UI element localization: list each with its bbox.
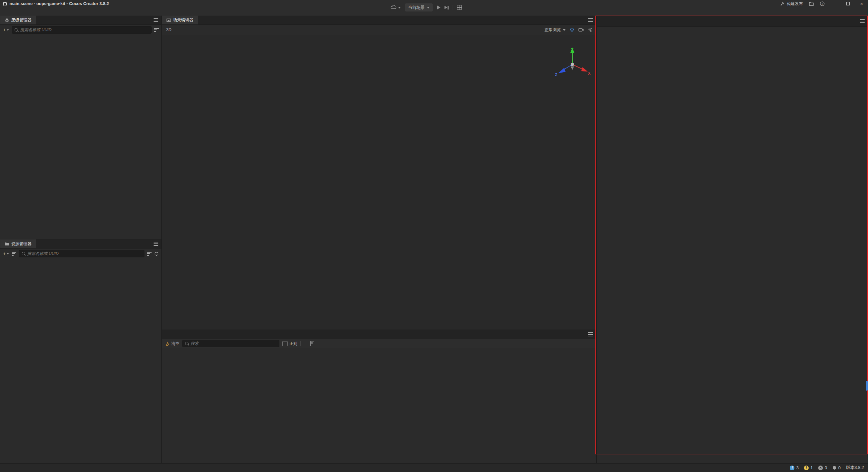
framework-config-panel (597, 16, 868, 463)
minimize-button[interactable]: − (831, 1, 838, 6)
hierarchy-panel: 层级管理器 + 搜索名称或 UUID (0, 16, 161, 239)
scene-panel: 场景编辑器 3D 正常浏览 (162, 16, 596, 329)
cocos-creator-window: main.scene - oops-game-kit - Cocos Creat… (0, 0, 868, 472)
assets-sort-icon[interactable] (12, 252, 16, 256)
error-icon: × (818, 466, 823, 470)
assets-tree (0, 259, 161, 261)
console-log-list (162, 348, 596, 463)
status-notifications[interactable]: 0 (832, 466, 841, 470)
scene-viewport[interactable]: Y X Z (162, 35, 596, 330)
preview-device-dropdown[interactable] (391, 5, 401, 9)
layout-grid-icon[interactable] (457, 5, 462, 10)
3d-mode-button[interactable]: 3D (165, 26, 173, 34)
open-project-folder-icon[interactable] (809, 2, 814, 6)
layers-icon (5, 18, 9, 22)
axis-gizmo[interactable]: Y X Z (553, 45, 591, 78)
window-title: main.scene - oops-game-kit - Cocos Creat… (9, 1, 109, 6)
browser-preview-icon (391, 5, 396, 9)
version-label: 版本3.8.2 (846, 465, 864, 471)
add-node-button[interactable]: + (3, 27, 9, 33)
svg-text:?: ? (822, 2, 823, 5)
broom-icon (165, 341, 170, 346)
status-info-count[interactable]: i3 (790, 466, 798, 470)
statusbar: i3 !1 ×0 0 版本3.8.2 (0, 463, 868, 472)
step-button[interactable] (445, 6, 449, 9)
folder-icon (5, 242, 9, 246)
axis-x-label: X (588, 71, 591, 75)
build-publish-button[interactable]: 构建发布 (780, 1, 803, 7)
view-mode-dropdown[interactable]: 正常浏览 (545, 27, 566, 33)
current-scene-dropdown[interactable]: 当前场景 (405, 3, 433, 12)
build-icon (780, 2, 785, 6)
axis-z-label: Z (555, 73, 557, 77)
warning-icon: ! (804, 466, 809, 470)
play-button[interactable] (437, 5, 440, 9)
tab-assets[interactable]: 资源管理器 (0, 239, 36, 248)
hierarchy-menu-icon[interactable] (154, 18, 158, 22)
console-toolbar: 清空 搜索 正则 (162, 339, 596, 348)
search-icon (22, 252, 25, 255)
inspector-menu-icon[interactable] (860, 19, 865, 23)
maximize-button[interactable] (844, 1, 852, 6)
console-panel: 清空 搜索 正则 (162, 330, 596, 463)
help-icon[interactable]: ? (820, 1, 825, 6)
clear-console-button[interactable]: 清空 (165, 341, 179, 347)
gear-icon[interactable] (588, 27, 593, 32)
hierarchy-search-input[interactable]: 搜索名称或 UUID (12, 26, 152, 34)
log-detail-icon[interactable] (310, 341, 314, 346)
status-warning-count[interactable]: !1 (804, 466, 813, 470)
tab-scene-editor[interactable]: 场景编辑器 (162, 16, 198, 24)
hierarchy-tree (0, 35, 161, 37)
status-error-count[interactable]: ×0 (818, 466, 827, 470)
refresh-icon[interactable] (154, 252, 159, 256)
assets-search-input[interactable]: 搜索名称或 UUID (19, 250, 144, 257)
add-asset-button[interactable]: + (3, 251, 9, 256)
camera-icon[interactable] (578, 28, 584, 32)
scene-toolbar: 3D 正常浏览 (162, 25, 596, 35)
console-search-input[interactable]: 搜索 (182, 340, 279, 347)
info-icon: i (790, 466, 794, 470)
light-icon[interactable] (570, 27, 574, 33)
scrollbar-thumb[interactable] (866, 381, 868, 391)
axis-y-label: Y (571, 47, 574, 52)
assets-menu-icon[interactable] (154, 242, 158, 246)
scene-icon (166, 18, 171, 22)
tab-hierarchy[interactable]: 层级管理器 (0, 16, 36, 24)
console-menu-icon[interactable] (588, 332, 593, 336)
regex-checkbox[interactable]: 正则 (282, 341, 297, 347)
assets-filter-icon[interactable] (147, 252, 152, 256)
search-icon (185, 342, 189, 345)
preview-toolbar: 当前场景 (391, 2, 462, 13)
cocos-logo-icon (3, 2, 7, 6)
assets-panel: 资源管理器 + 搜索名称或 UUID (0, 239, 161, 463)
hierarchy-filter-icon[interactable] (154, 28, 159, 32)
scene-menu-icon[interactable] (588, 18, 593, 22)
search-icon (15, 28, 18, 32)
bell-icon (832, 466, 836, 470)
close-button[interactable]: × (858, 1, 865, 6)
